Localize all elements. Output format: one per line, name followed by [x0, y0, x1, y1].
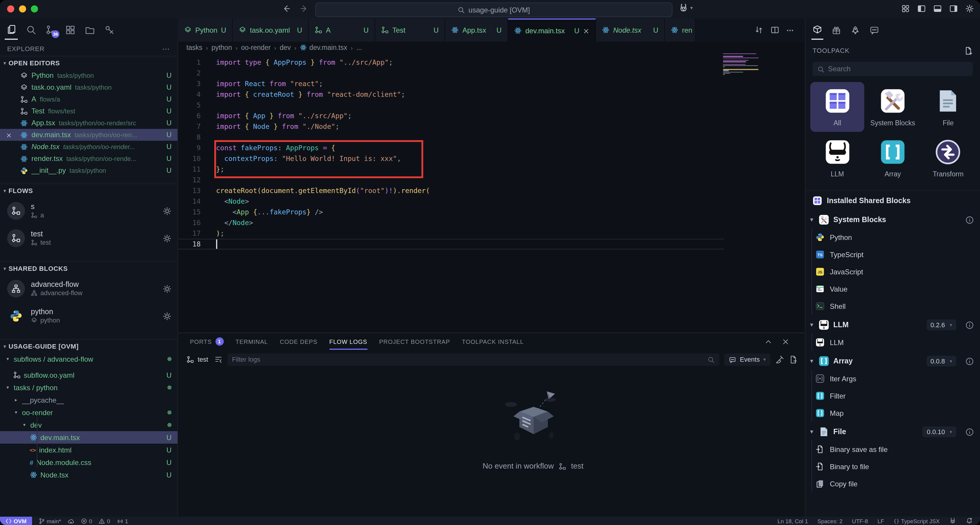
toolpack-tile-file[interactable]: File — [921, 82, 975, 132]
status-typescriptjsx[interactable]: {}TypeScript JSX — [894, 518, 940, 524]
tree-item-Node.module.css[interactable]: #Node.module.cssU — [0, 456, 178, 469]
block-binary-to-file[interactable]: Binary to file — [812, 458, 980, 475]
shared-blocks-item-python[interactable]: pythonpython — [0, 302, 178, 330]
export-logs-icon[interactable] — [789, 355, 798, 364]
command-center-search[interactable]: usage-guide [OVM] — [315, 2, 673, 17]
tree-item-index.html[interactable]: <>index.htmlU — [0, 444, 178, 456]
open-editor-task.oo.yaml[interactable]: task.oo.yamltasks/pythonU — [0, 81, 178, 93]
gear-icon[interactable] — [163, 234, 172, 243]
open-editor-__init__.py[interactable]: __init__.pytasks/pythonU — [0, 164, 178, 176]
gear-icon[interactable] — [163, 206, 172, 215]
tree-item-subflow.oo.yaml[interactable]: subflow.oo.yamlU — [0, 369, 178, 381]
activity-files-button[interactable] — [5, 21, 18, 40]
close-icon[interactable] — [6, 131, 12, 139]
status-1[interactable]: 1 — [117, 518, 128, 524]
flows-item-s[interactable]: sa — [0, 197, 178, 225]
toolpack-tile-llm[interactable]: LLM — [810, 133, 865, 183]
rightbar-gift-tab[interactable] — [830, 21, 842, 39]
tree-item-dev[interactable]: ▾dev — [0, 419, 178, 431]
toolpack-search-input[interactable]: Search — [813, 62, 973, 76]
status-ovm[interactable]: OVM — [0, 517, 32, 525]
events-dropdown[interactable]: Events ▾ — [724, 353, 770, 365]
close-window-button[interactable] — [7, 5, 14, 13]
close-tab-button[interactable] — [583, 26, 589, 35]
breadcrumb-item-python[interactable]: python — [211, 44, 232, 51]
open-editor-Python[interactable]: Pythontasks/pythonU — [0, 70, 178, 81]
tab-Python[interactable]: PythonU — [178, 18, 233, 41]
shared-blocks-section-header[interactable]: ▾SHARED BLOCKS — [0, 261, 178, 275]
grid4-button[interactable] — [901, 4, 910, 13]
split-editor-button[interactable] — [770, 26, 780, 35]
activity-blocks-button[interactable] — [64, 21, 76, 39]
gear-button[interactable] — [965, 4, 974, 13]
status-ln18col1[interactable]: Ln 18, Col 1 — [778, 518, 808, 524]
info-icon[interactable] — [965, 357, 974, 365]
open-editor-render.tsx[interactable]: render.tsxtasks/python/oo-rende...U — [0, 153, 178, 164]
version-dropdown[interactable]: 0.0.8▾ — [926, 356, 956, 366]
tree-item-subflows/advanced-flow[interactable]: ▾subflows / advanced-flow — [0, 353, 178, 365]
status-spaces2[interactable]: Spaces: 2 — [817, 518, 843, 524]
toolpack-tile-transform[interactable]: Transform — [921, 133, 975, 183]
open-editor-Node.tsx[interactable]: Node.tsxtasks/python/oo-render...U — [0, 141, 178, 153]
activity-folder-button[interactable] — [83, 21, 96, 39]
close-panel-button[interactable] — [782, 338, 789, 345]
tree-item-__pycache__[interactable]: ▸__pycache__ — [0, 394, 178, 406]
toolpack-tile-system-blocks[interactable]: System Blocks — [866, 82, 920, 132]
maximize-panel-button[interactable] — [765, 338, 772, 345]
status-lf[interactable]: LF — [878, 518, 884, 524]
status-cloudup[interactable] — [68, 518, 74, 524]
rightbar-chat-tab[interactable] — [869, 21, 880, 39]
block-group-system-blocks[interactable]: ▼System Blocks — [805, 211, 980, 229]
rightbar-box-tab[interactable] — [811, 21, 823, 40]
tab-A[interactable]: AU — [309, 18, 375, 41]
block-group-file[interactable]: ▼File0.0.10▾ — [805, 423, 980, 440]
panelR-button[interactable] — [949, 4, 958, 13]
status-main[interactable]: main* — [38, 518, 61, 524]
open-editors-section-header[interactable]: ▾OPEN EDITORS — [0, 56, 178, 70]
breadcrumb-item-oo-render[interactable]: oo-render — [241, 44, 270, 51]
back-arrow-icon[interactable] — [283, 4, 291, 13]
panel-tab-terminal[interactable]: TERMINAL — [235, 333, 268, 350]
tab-Node.tsx[interactable]: Node.tsxU — [596, 18, 665, 41]
block-group-array[interactable]: ▼Array0.0.8▾ — [805, 352, 980, 370]
block-copy-file[interactable]: Copy file — [812, 475, 980, 492]
code-editor[interactable]: tasks›python›oo-render›dev› dev.main.tsx… — [178, 41, 805, 333]
tab-App.tsx[interactable]: App.tsxU — [445, 18, 508, 41]
flows-item-test[interactable]: testtest — [0, 225, 178, 252]
block-javascript[interactable]: JSJavaScript — [812, 263, 980, 280]
block-iter-args[interactable]: Iter Args — [812, 370, 980, 387]
status-rabbit[interactable] — [949, 517, 956, 524]
tab-ren[interactable]: ren — [665, 18, 696, 41]
flows-section-header[interactable]: ▾FLOWS — [0, 184, 178, 197]
block-shell[interactable]: Shell — [812, 298, 980, 315]
tab-dev.main.tsx[interactable]: dev.main.tsxU — [508, 18, 596, 41]
panelL-button[interactable] — [917, 4, 926, 13]
block-group-llm[interactable]: ▼LLM0.2.6▾ — [805, 316, 980, 334]
version-dropdown[interactable]: 0.0.10▾ — [923, 426, 956, 437]
panelB-button[interactable] — [933, 4, 942, 13]
status-0[interactable]: 0 — [81, 518, 92, 524]
open-editor-A[interactable]: Aflows/aU — [0, 93, 178, 105]
activity-key-button[interactable] — [103, 21, 116, 39]
activity-search-button[interactable] — [24, 21, 37, 39]
shared-blocks-item-advanced-flow[interactable]: advanced-flowadvanced-flow — [0, 275, 178, 302]
minimize-window-button[interactable] — [19, 5, 26, 13]
info-icon[interactable] — [965, 427, 974, 436]
panel-tab-flow-logs[interactable]: FLOW LOGS — [329, 333, 368, 350]
open-editor-App.tsx[interactable]: App.tsxtasks/python/oo-render/srcU — [0, 117, 178, 129]
gear-icon[interactable] — [163, 311, 172, 321]
breadcrumb-item-...[interactable]: ... — [356, 44, 362, 51]
block-map[interactable]: Map — [812, 404, 980, 422]
tree-item-Node.tsx[interactable]: Node.tsxU — [0, 469, 178, 481]
rightbar-rocket-tab[interactable] — [850, 21, 861, 39]
version-dropdown[interactable]: 0.2.6▾ — [926, 319, 956, 330]
block-binary-save-as-file[interactable]: Binary save as file — [812, 440, 980, 458]
breadcrumb-item-dev.main.tsx[interactable]: dev.main.tsx — [300, 44, 347, 51]
tree-item-dev.main.tsx[interactable]: dev.main.tsxU — [0, 431, 178, 444]
toolpack-tile-all[interactable]: All — [810, 82, 865, 132]
status-utf8[interactable]: UTF-8 — [852, 518, 868, 524]
info-icon[interactable] — [965, 215, 974, 224]
open-editor-Test[interactable]: Testflows/testU — [0, 105, 178, 117]
list-filter-icon[interactable] — [214, 355, 222, 364]
panel-tab-code-deps[interactable]: CODE DEPS — [280, 333, 318, 350]
